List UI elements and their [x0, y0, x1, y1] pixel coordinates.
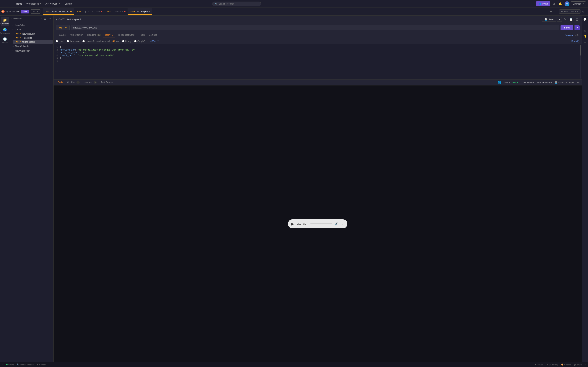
editor-scrollbar-thumb[interactable] — [580, 45, 581, 56]
avatar[interactable]: U — [564, 1, 570, 6]
import-button[interactable]: Import — [31, 9, 40, 14]
collection-new-2[interactable]: ► New Collection — [10, 49, 53, 53]
docs-icon-button[interactable]: 📋 — [568, 17, 574, 22]
proxy-icon: ⇗ — [546, 364, 548, 366]
save-button[interactable]: 💾 Save — [542, 17, 556, 22]
tab-tests[interactable]: Tests — [137, 32, 147, 38]
tab-post-2[interactable]: POST http://127.0.0.1:80 — [74, 8, 104, 15]
right-sidebar: 💬 ⓘ ⚙ ✨ ☷ — [582, 16, 588, 362]
forward-button[interactable]: → — [9, 1, 13, 6]
binary-radio[interactable] — [122, 40, 124, 42]
graphql-option[interactable]: GraphQL — [134, 40, 147, 42]
none-radio[interactable] — [56, 40, 58, 42]
audio-progress-bar[interactable] — [310, 224, 332, 224]
code-icon[interactable]: </> — [574, 33, 579, 37]
play-button[interactable]: ▶ — [291, 222, 294, 226]
sidebar-item-collections[interactable]: 📁 Collections — [1, 17, 9, 26]
search-bar[interactable]: 🔍 Search Postman — [212, 1, 261, 6]
urlencoded-radio[interactable] — [82, 40, 85, 42]
breadcrumb-collection[interactable]: C4GT — [59, 18, 65, 21]
binary-option[interactable]: binary — [122, 40, 131, 42]
save-dropdown-button[interactable]: ▼ — [557, 17, 562, 22]
url-input[interactable] — [71, 25, 559, 30]
raw-radio[interactable] — [112, 40, 115, 42]
filter-collections-button[interactable]: ☰ — [43, 17, 47, 20]
tab-post-1[interactable]: POST http://127.0.0.1:80 — [43, 8, 74, 15]
start-proxy-item[interactable]: ⇗ Start Proxy — [546, 364, 558, 366]
tab-pre-request[interactable]: Pre-request Script — [115, 32, 137, 38]
layout-icon-button[interactable]: ☷ — [583, 39, 588, 44]
tab-headers[interactable]: Headers 10 — [85, 32, 103, 38]
send-button[interactable]: Send — [561, 25, 573, 30]
upgrade-button[interactable]: Upgrade ▼ — [571, 1, 586, 6]
info-icon-button[interactable]: ⓘ — [583, 23, 588, 27]
sidebar-item-history[interactable]: 🕐 History — [1, 36, 9, 45]
sidebar-item-environments[interactable]: 🌏 Environments — [1, 26, 9, 35]
notifications-button[interactable]: 🔔 — [558, 1, 563, 6]
tab-body[interactable]: Body — [103, 32, 115, 38]
layout-toggle-item[interactable]: ☷ — [585, 364, 586, 366]
json-format-select[interactable]: JSON ▼ — [149, 40, 160, 43]
back-button[interactable]: ← — [2, 1, 7, 6]
audio-more-button[interactable]: ⋮ — [341, 222, 344, 225]
settings-button[interactable]: ⚙ — [552, 1, 556, 6]
none-option[interactable]: none — [56, 40, 64, 42]
online-status[interactable]: Online — [6, 364, 14, 366]
comment-icon-button[interactable]: 💬 — [583, 17, 588, 22]
globe-icon[interactable]: 🌐 — [498, 81, 501, 84]
invite-button[interactable]: 👥 Invite — [536, 1, 550, 6]
collection-c4gt[interactable]: ► C4GT — [10, 27, 53, 32]
new-button[interactable]: New — [21, 10, 29, 13]
tab-params[interactable]: Params — [56, 32, 68, 38]
explore-link[interactable]: Explore — [63, 2, 74, 6]
runner-item[interactable]: ▶ Runner — [535, 364, 543, 366]
volume-button[interactable]: 🔊 — [335, 222, 338, 225]
c4gt-transcribe[interactable]: POST Transcribe — [13, 36, 53, 40]
urlencoded-option[interactable]: x-www-form-urlencoded — [82, 40, 110, 42]
beautify-button[interactable]: Beautify — [571, 40, 579, 42]
status-item-icon[interactable]: ☷ — [2, 364, 3, 366]
view-icon-button[interactable]: ▢ — [575, 17, 579, 22]
form-data-radio[interactable] — [67, 40, 69, 42]
more-tabs-button[interactable]: ⋯ — [553, 9, 558, 14]
response-tabs-bar: Body Cookies 1 Headers 9 Test Results 🌐 … — [53, 80, 582, 85]
tab-tts[interactable]: POST text to speech — [128, 8, 152, 15]
tab-authorization[interactable]: Authorization — [68, 32, 85, 38]
resp-tab-headers[interactable]: Headers 9 — [82, 80, 99, 85]
method-select[interactable]: POST ▼ — [56, 25, 70, 30]
send-dropdown-button[interactable]: ▼ — [575, 25, 579, 30]
cookies-link[interactable]: Cookies — [564, 34, 573, 36]
collection-new-1[interactable]: ► New Collection — [10, 44, 53, 48]
env-selector[interactable]: No Environment ▼ — [559, 9, 580, 14]
more-collections-button[interactable]: ⋯ — [48, 17, 52, 20]
save-example-button[interactable]: 💾 Save as Example — [555, 81, 574, 84]
console-item[interactable]: ■ Console — [37, 364, 46, 366]
form-data-option[interactable]: form-data — [67, 40, 80, 42]
resp-tab-body[interactable]: Body — [56, 80, 65, 85]
find-replace-item[interactable]: 🔍 Find and replace — [17, 364, 35, 366]
trash-item[interactable]: 🗑 Trash — [574, 364, 582, 366]
c4gt-new-request[interactable]: POST New Request — [13, 32, 53, 36]
add-tab-button[interactable]: + — [549, 9, 553, 14]
editor-scrollbar-track[interactable] — [580, 45, 581, 79]
tab-transcribe[interactable]: POST Transcribe — [104, 8, 128, 15]
settings-icon-button[interactable]: ⚙ — [583, 28, 588, 33]
response-more-button[interactable]: ⋯ — [577, 81, 579, 84]
cookies-manager-button[interactable]: ◇ — [581, 9, 585, 14]
tab-settings[interactable]: Settings — [147, 32, 159, 38]
api-network-menu[interactable]: API Network ▼ — [44, 2, 62, 6]
resp-tab-test-results[interactable]: Test Results — [99, 80, 115, 85]
graphql-radio[interactable] — [134, 40, 137, 42]
resp-tab-cookies[interactable]: Cookies 1 — [65, 80, 82, 85]
cookies-item[interactable]: 🍪 Cookies — [561, 364, 571, 366]
home-link[interactable]: Home — [15, 2, 24, 6]
c4gt-tts[interactable]: POST text to speech — [13, 40, 53, 44]
code-editor[interactable]: 1 { 2 "service_id": "ai4bharat/indic-tts… — [53, 44, 582, 79]
raw-option[interactable]: raw — [112, 40, 119, 42]
collection-algobulls[interactable]: ► AlgoBulls — [10, 23, 53, 27]
wand-icon-button[interactable]: ✨ — [583, 34, 588, 39]
sidebar-item-apps[interactable]: ☷ — [1, 354, 9, 360]
add-collection-button[interactable]: + — [40, 17, 43, 20]
edit-icon-button[interactable]: ✎ — [563, 17, 567, 22]
workspaces-menu[interactable]: Workspaces ▼ — [25, 2, 43, 6]
